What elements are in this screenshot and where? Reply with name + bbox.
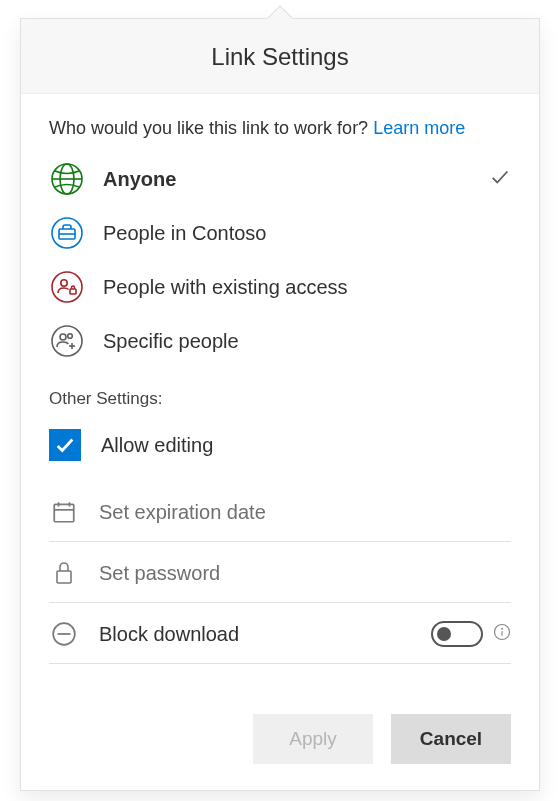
- svg-point-9: [52, 326, 82, 356]
- allow-editing-row: Allow editing: [49, 425, 511, 481]
- block-download-label: Block download: [99, 623, 239, 646]
- password-placeholder: Set password: [99, 562, 220, 585]
- calendar-icon: [49, 497, 79, 527]
- cancel-button[interactable]: Cancel: [391, 714, 511, 764]
- svg-point-26: [502, 628, 503, 629]
- allow-editing-checkbox[interactable]: [49, 429, 81, 461]
- block-download-toggle[interactable]: [431, 621, 483, 647]
- scope-label: Specific people: [103, 330, 239, 353]
- scope-option-specific-people[interactable]: Specific people: [49, 321, 511, 361]
- svg-point-6: [52, 272, 82, 302]
- lock-icon: [49, 558, 79, 588]
- block-download-row: Block download: [49, 603, 511, 664]
- scope-label: Anyone: [103, 168, 176, 191]
- scope-prompt-text: Who would you like this link to work for…: [49, 118, 368, 138]
- allow-editing-label: Allow editing: [101, 434, 213, 457]
- globe-icon: [49, 161, 85, 197]
- password-row[interactable]: Set password: [49, 542, 511, 603]
- info-icon[interactable]: [493, 623, 511, 645]
- dialog-content: Who would you like this link to work for…: [21, 94, 539, 684]
- checkmark-icon: [489, 166, 511, 192]
- scope-prompt: Who would you like this link to work for…: [49, 118, 511, 139]
- svg-rect-8: [70, 289, 76, 294]
- expiration-placeholder: Set expiration date: [99, 501, 266, 524]
- people-add-icon: [49, 323, 85, 359]
- briefcase-icon: [49, 215, 85, 251]
- svg-rect-21: [57, 571, 71, 583]
- scope-label: People in Contoso: [103, 222, 266, 245]
- link-settings-callout: Link Settings Who would you like this li…: [20, 18, 540, 791]
- scope-option-organization[interactable]: People in Contoso: [49, 213, 511, 253]
- expiration-row[interactable]: Set expiration date: [49, 481, 511, 542]
- other-settings-heading: Other Settings:: [49, 389, 511, 409]
- svg-rect-14: [54, 504, 74, 521]
- scope-list: Anyone People in Contoso: [49, 159, 511, 361]
- block-icon: [49, 619, 79, 649]
- apply-button[interactable]: Apply: [253, 714, 373, 764]
- scope-option-anyone[interactable]: Anyone: [49, 159, 511, 199]
- scope-option-existing-access[interactable]: People with existing access: [49, 267, 511, 307]
- dialog-footer: Apply Cancel: [21, 684, 539, 790]
- learn-more-link[interactable]: Learn more: [373, 118, 465, 138]
- people-lock-icon: [49, 269, 85, 305]
- svg-point-7: [61, 280, 67, 286]
- svg-point-10: [60, 334, 66, 340]
- svg-point-3: [52, 218, 82, 248]
- svg-point-11: [68, 334, 73, 339]
- scope-label: People with existing access: [103, 276, 348, 299]
